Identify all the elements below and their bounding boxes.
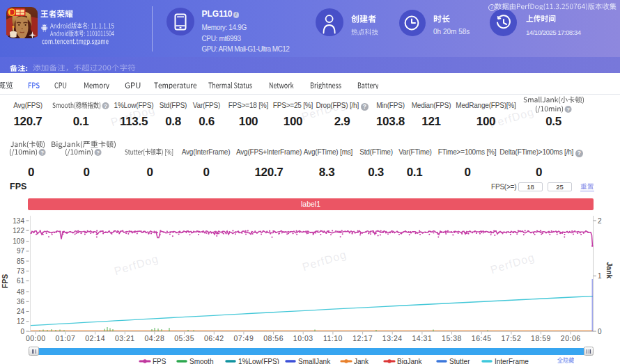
svg-text:01:07: 01:07 bbox=[56, 334, 76, 342]
svg-text:08:56: 08:56 bbox=[263, 334, 284, 342]
svg-text:07:49: 07:49 bbox=[234, 334, 254, 342]
svg-text:0: 0 bbox=[20, 328, 24, 335]
svg-text:13:24: 13:24 bbox=[382, 334, 403, 342]
svg-text:0: 0 bbox=[598, 328, 602, 335]
svg-text:1: 1 bbox=[598, 272, 602, 280]
svg-text:06:42: 06:42 bbox=[204, 334, 224, 342]
svg-text:24: 24 bbox=[17, 308, 25, 315]
svg-text:2: 2 bbox=[598, 217, 602, 225]
svg-text:BigJank: BigJank bbox=[397, 357, 423, 364]
svg-text:Smooth: Smooth bbox=[189, 357, 213, 364]
svg-text:Stutter: Stutter bbox=[449, 357, 470, 364]
svg-text:10:03: 10:03 bbox=[293, 334, 313, 342]
svg-text:17:52: 17:52 bbox=[502, 334, 522, 342]
svg-text:122: 122 bbox=[13, 227, 24, 235]
svg-text:02:14: 02:14 bbox=[85, 334, 105, 342]
svg-text:14:31: 14:31 bbox=[412, 334, 433, 342]
svg-text:48: 48 bbox=[17, 288, 25, 296]
svg-text:04:28: 04:28 bbox=[145, 334, 165, 342]
svg-text:12: 12 bbox=[17, 317, 25, 325]
svg-text:FPS: FPS bbox=[1, 274, 9, 288]
svg-text:73: 73 bbox=[17, 267, 25, 275]
svg-text:SmallJank: SmallJank bbox=[298, 357, 331, 364]
svg-text:11:10: 11:10 bbox=[323, 334, 343, 342]
svg-text:15:38: 15:38 bbox=[442, 334, 462, 342]
svg-text:Jank: Jank bbox=[354, 357, 369, 364]
svg-text:1%Low(FPS): 1%Low(FPS) bbox=[238, 357, 279, 364]
svg-text:18:59: 18:59 bbox=[531, 334, 551, 342]
svg-text:16:45: 16:45 bbox=[472, 334, 492, 342]
svg-text:134: 134 bbox=[13, 217, 24, 225]
svg-text:12:17: 12:17 bbox=[352, 334, 373, 342]
svg-text:61: 61 bbox=[17, 277, 25, 285]
svg-text:05:35: 05:35 bbox=[174, 334, 194, 342]
svg-text:85: 85 bbox=[17, 258, 25, 265]
svg-text:20:06: 20:06 bbox=[561, 334, 581, 342]
svg-text:109: 109 bbox=[13, 237, 24, 245]
svg-text:97: 97 bbox=[17, 247, 25, 255]
svg-text:Jank: Jank bbox=[605, 262, 614, 279]
svg-text:InterFrame: InterFrame bbox=[495, 357, 529, 364]
svg-text:00:00: 00:00 bbox=[26, 334, 46, 342]
svg-text:03:21: 03:21 bbox=[115, 334, 135, 342]
svg-text:36: 36 bbox=[17, 298, 25, 306]
svg-text:FPS: FPS bbox=[153, 357, 166, 364]
